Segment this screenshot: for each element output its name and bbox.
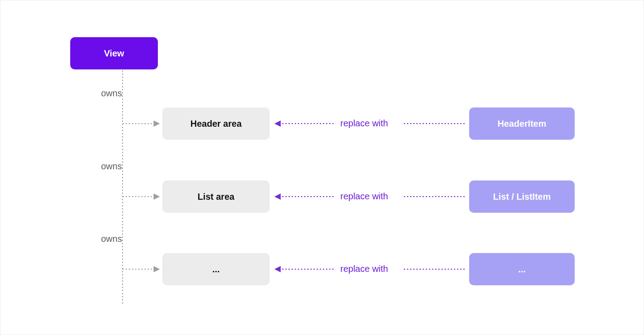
owns-label-3: owns: [101, 234, 122, 244]
owns-label-1: owns: [101, 88, 122, 99]
node-list-listitem-label: List / ListItem: [493, 192, 551, 202]
node-more-component-label: ...: [518, 264, 526, 275]
replace-label-3: replace with: [340, 264, 388, 274]
node-more-component: ...: [469, 253, 575, 285]
node-view-label: View: [104, 48, 124, 59]
node-list-area: List area: [162, 180, 270, 213]
node-more-area-label: ...: [212, 264, 220, 275]
owns-label-2: owns: [101, 161, 122, 172]
node-header-item-label: HeaderItem: [498, 119, 547, 129]
node-header-area-label: Header area: [191, 119, 242, 129]
replace-label-1: replace with: [340, 118, 388, 129]
node-header-area: Header area: [162, 107, 270, 140]
node-list-listitem: List / ListItem: [469, 180, 575, 213]
node-list-area-label: List area: [198, 192, 234, 202]
node-view: View: [70, 37, 158, 69]
node-more-area: ...: [162, 253, 270, 285]
diagram-frame: View owns owns owns Header area replace …: [0, 0, 644, 335]
replace-label-2: replace with: [340, 191, 388, 202]
node-header-item: HeaderItem: [469, 107, 575, 140]
